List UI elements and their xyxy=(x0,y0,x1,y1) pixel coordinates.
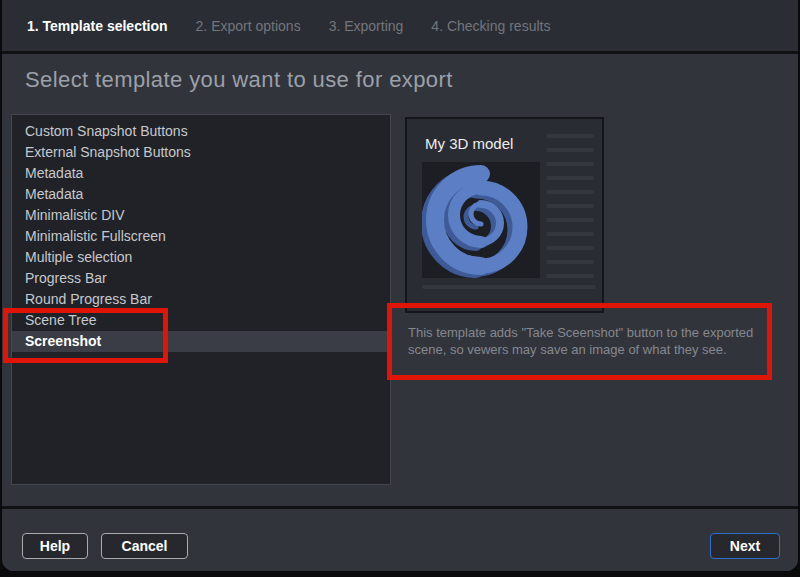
description-line-1: This template adds "Take Sceenshot" butt… xyxy=(408,325,753,340)
template-list-item[interactable]: Scene Tree xyxy=(12,310,390,331)
page-title: Select template you want to use for expo… xyxy=(25,67,453,93)
placeholder-text-line-wide xyxy=(422,285,596,289)
template-description: This template adds "Take Sceenshot" butt… xyxy=(408,324,776,358)
footer-bar: Help Cancel Next xyxy=(2,506,798,571)
template-list-item[interactable]: Multiple selection xyxy=(12,247,390,268)
template-list-item[interactable]: Metadata xyxy=(12,163,390,184)
step-export-options: 2. Export options xyxy=(196,18,301,34)
dialog-chrome: 1. Template selection 2. Export options … xyxy=(2,0,798,571)
placeholder-text-lines xyxy=(546,134,594,288)
wizard-steps-bar: 1. Template selection 2. Export options … xyxy=(2,0,798,54)
template-list-item[interactable]: Custom Snapshot Buttons xyxy=(12,121,390,142)
description-line-2: scene, so vewers may save an image of wh… xyxy=(408,342,727,357)
template-list-item[interactable]: Progress Bar xyxy=(12,268,390,289)
step-exporting: 3. Exporting xyxy=(329,18,404,34)
step-checking-results: 4. Checking results xyxy=(431,18,550,34)
next-button[interactable]: Next xyxy=(710,533,780,559)
template-list-item[interactable]: Round Progress Bar xyxy=(12,289,390,310)
template-preview-card: My 3D model xyxy=(405,117,604,313)
template-list-item[interactable]: Metadata xyxy=(12,184,390,205)
spiral-logo-icon xyxy=(422,162,540,278)
model-thumbnail xyxy=(422,162,540,278)
template-list-item[interactable]: External Snapshot Buttons xyxy=(12,142,390,163)
step-template-selection: 1. Template selection xyxy=(27,18,168,34)
template-list-item[interactable]: Minimalistic Fullscreen xyxy=(12,226,390,247)
template-list-item-selected[interactable]: Screenshot xyxy=(12,331,390,352)
help-button[interactable]: Help xyxy=(22,533,88,559)
template-list[interactable]: Custom Snapshot Buttons External Snapsho… xyxy=(11,114,391,485)
export-wizard-window: 1. Template selection 2. Export options … xyxy=(0,0,800,577)
template-list-item[interactable]: Minimalistic DIV xyxy=(12,205,390,226)
cancel-button[interactable]: Cancel xyxy=(101,533,188,559)
main-panel: Select template you want to use for expo… xyxy=(2,57,798,506)
preview-model-title: My 3D model xyxy=(425,135,513,152)
